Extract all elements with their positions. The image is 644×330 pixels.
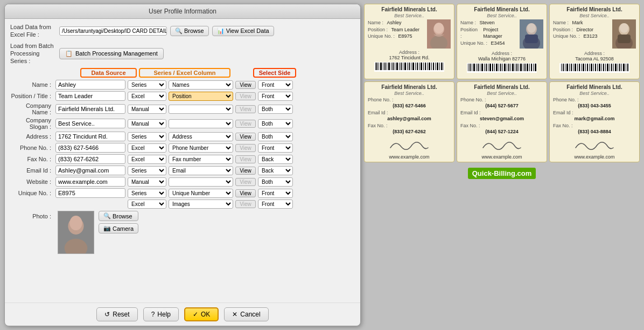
datasource-header: Data Source	[80, 68, 137, 78]
fax-input[interactable]	[55, 154, 125, 164]
slogan-series[interactable]	[169, 119, 233, 128]
position-side[interactable]: FrontBackBoth	[258, 92, 293, 101]
svg-rect-12	[380, 63, 382, 70]
position-series[interactable]: Position	[169, 92, 233, 101]
name-view-btn[interactable]: View	[235, 81, 256, 89]
website-input[interactable]	[55, 177, 125, 187]
images-series[interactable]: Images	[169, 200, 233, 209]
slogan-side[interactable]: BothFrontBack	[258, 119, 293, 128]
back-phone-label-2: Phone No. :	[460, 97, 543, 102]
svg-rect-31	[419, 63, 419, 70]
images-side[interactable]: FrontBackBoth	[258, 200, 293, 209]
field-images: ExcelSeriesManual Images View FrontBackB…	[10, 200, 355, 209]
card-slogan-2: Best Service..	[460, 13, 543, 18]
fax-view-btn[interactable]: View	[235, 155, 256, 163]
email-datasource[interactable]: SeriesExcelManual	[128, 166, 166, 175]
back-company-3: Fairfield Minerals Ltd.	[553, 84, 636, 91]
name-datasource[interactable]: SeriesExcelManual	[128, 80, 166, 90]
batch-label: Load from BatchProcessing Series :	[10, 42, 56, 65]
unique-datasource[interactable]: SeriesExcelManual	[128, 189, 166, 198]
phone-datasource[interactable]: ExcelSeriesManual	[128, 143, 166, 153]
card-company-2: Fairfield Minerals Ltd.	[460, 6, 543, 13]
photo-label: Photo :	[10, 211, 53, 219]
email-side[interactable]: BackFrontBoth	[258, 166, 293, 175]
images-datasource[interactable]: ExcelSeriesManual	[128, 200, 166, 209]
view-excel-icon: 📊	[217, 28, 225, 35]
camera-button[interactable]: 📷 Camera	[99, 223, 138, 233]
browse-button[interactable]: 🔍 Browse	[170, 26, 209, 36]
phone-input[interactable]	[55, 143, 125, 153]
address-series[interactable]: Address	[169, 132, 233, 141]
camera-icon: 📷	[103, 225, 111, 232]
position-input[interactable]	[55, 91, 125, 101]
help-button[interactable]: ? Help	[143, 307, 179, 321]
svg-rect-21	[399, 63, 400, 70]
position-view-btn[interactable]: View	[235, 92, 256, 100]
email-label: Email Id :	[10, 167, 53, 174]
load-excel-label: Load Data fromExcel File :	[10, 23, 56, 39]
unique-series[interactable]: Unique Number	[169, 189, 233, 198]
svg-rect-27	[411, 63, 411, 70]
barcode-ashley	[374, 62, 444, 72]
back-company-2: Fairfield Minerals Ltd.	[460, 84, 543, 91]
svg-rect-117	[615, 64, 617, 71]
name-side[interactable]: FrontBackBoth	[258, 80, 293, 90]
series-header: Series / Excel Column	[139, 68, 230, 78]
cancel-button[interactable]: ✕ Cancel	[224, 307, 268, 321]
slogan-view-btn[interactable]: View	[235, 120, 256, 128]
address-datasource[interactable]: SeriesExcelManual	[128, 132, 166, 141]
fax-datasource[interactable]: ExcelSeriesManual	[128, 155, 166, 164]
svg-rect-89	[559, 63, 629, 73]
fax-series[interactable]: Fax number	[169, 155, 233, 164]
unique-label: Unique No. :	[10, 190, 53, 196]
website-view-btn[interactable]: View	[235, 178, 256, 186]
email-series[interactable]: Email	[169, 166, 233, 175]
company-side[interactable]: BothFrontBack	[258, 105, 293, 114]
svg-rect-20	[396, 63, 398, 70]
batch-processing-button[interactable]: 📋 Batch Processing Management	[59, 48, 164, 59]
email-view-btn[interactable]: View	[235, 167, 256, 175]
images-view-btn[interactable]: View	[235, 200, 256, 208]
browse-photo-button[interactable]: 🔍 Browse	[99, 211, 138, 221]
unique-view-btn[interactable]: View	[235, 189, 256, 197]
back-fax-2: (844) 527-1224	[460, 129, 543, 134]
reset-button[interactable]: ↺ Reset	[96, 307, 137, 321]
company-input[interactable]	[55, 104, 125, 114]
svg-rect-103	[587, 64, 588, 71]
id-card-steven-front: Fairfield Minerals Ltd. Best Service.. N…	[457, 4, 547, 79]
phone-side[interactable]: FrontBackBoth	[258, 143, 293, 153]
unique-input[interactable]	[55, 188, 125, 198]
website-side[interactable]: BothFrontBack	[258, 177, 293, 187]
view-excel-button[interactable]: 📊 View Excel Data	[212, 26, 274, 36]
address-view-btn[interactable]: View	[235, 133, 256, 141]
website-datasource[interactable]: ManualSeriesExcel	[128, 177, 166, 187]
company-series[interactable]	[169, 105, 233, 114]
unique-side[interactable]: FrontBackBoth	[258, 189, 293, 198]
address-input[interactable]	[55, 132, 125, 141]
svg-rect-32	[421, 63, 422, 70]
svg-rect-30	[417, 63, 418, 70]
website-series[interactable]	[169, 177, 233, 187]
svg-rect-88	[618, 35, 631, 43]
address-side[interactable]: BothFrontBack	[258, 132, 293, 141]
ok-button[interactable]: ✓ OK	[184, 307, 219, 321]
position-datasource[interactable]: ExcelSeriesManual	[128, 92, 166, 101]
fax-side[interactable]: BackFrontBoth	[258, 155, 293, 164]
name-series[interactable]: Names	[169, 80, 233, 90]
back-phone-1: (833) 627-5466	[368, 103, 451, 108]
svg-point-3	[69, 216, 82, 230]
phone-series[interactable]: Phone Number	[169, 143, 233, 153]
name-input[interactable]	[55, 80, 125, 90]
company-datasource[interactable]: ManualSeriesExcel	[128, 105, 166, 114]
slogan-input[interactable]	[55, 119, 125, 128]
svg-rect-10	[376, 63, 377, 70]
svg-rect-40	[437, 63, 438, 70]
back-email-label-1: Email Id :	[368, 110, 451, 115]
company-view-btn[interactable]: View	[235, 105, 256, 113]
back-email-label-3: Email Id :	[553, 110, 636, 115]
photo-preview	[58, 211, 94, 254]
email-input[interactable]	[55, 166, 125, 175]
slogan-datasource[interactable]: ManualSeriesExcel	[128, 119, 166, 128]
phone-view-btn[interactable]: View	[235, 144, 256, 152]
id-card-mark-front: Fairfield Minerals Ltd. Best Service.. N…	[549, 4, 640, 79]
